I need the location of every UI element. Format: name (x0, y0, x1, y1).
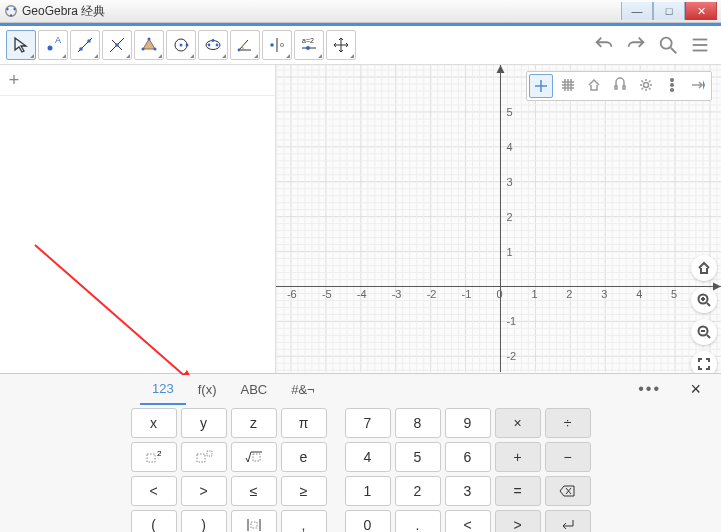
key-×[interactable]: × (495, 408, 541, 438)
key-⌫[interactable] (545, 476, 591, 506)
tool-line[interactable] (70, 30, 100, 60)
key-π[interactable]: π (281, 408, 327, 438)
kb-close-button[interactable]: × (690, 379, 701, 400)
key-<[interactable]: < (445, 510, 491, 532)
key-,[interactable]: , (281, 510, 327, 532)
menu-button[interactable] (685, 30, 715, 60)
key-e[interactable]: e (281, 442, 327, 472)
svg-point-24 (270, 43, 274, 47)
key-1[interactable]: 1 (345, 476, 391, 506)
key-6[interactable]: 6 (445, 442, 491, 472)
tool-slider[interactable]: a=2 (294, 30, 324, 60)
axes-toggle-button[interactable] (529, 74, 553, 98)
key-7[interactable]: 7 (345, 408, 391, 438)
svg-point-8 (87, 39, 91, 43)
kb-tab-symbols[interactable]: #&¬ (279, 374, 327, 404)
algebra-input[interactable] (28, 70, 275, 90)
settings-button[interactable] (635, 74, 657, 96)
svg-point-14 (154, 48, 157, 51)
tool-move-graphics[interactable] (326, 30, 356, 60)
tool-circle[interactable] (166, 30, 196, 60)
key-≥[interactable]: ≥ (281, 476, 327, 506)
svg-text:1: 1 (506, 246, 512, 258)
tool-point[interactable]: A (38, 30, 68, 60)
kb-tab-123[interactable]: 123 (140, 373, 186, 405)
tool-ellipse[interactable] (198, 30, 228, 60)
key-2[interactable]: 2 (395, 476, 441, 506)
minimize-button[interactable]: — (621, 2, 653, 20)
key-4[interactable]: 4 (345, 442, 391, 472)
tool-polygon[interactable] (134, 30, 164, 60)
snap-button[interactable] (609, 74, 631, 96)
key-√▫[interactable] (231, 442, 277, 472)
svg-text:3: 3 (601, 288, 607, 300)
key-≤[interactable]: ≤ (231, 476, 277, 506)
grid-toggle-button[interactable] (557, 74, 579, 96)
key-−[interactable]: − (545, 442, 591, 472)
zoom-out-button[interactable] (691, 319, 717, 345)
tool-reflect[interactable] (262, 30, 292, 60)
home-view-button[interactable] (691, 255, 717, 281)
key-.[interactable]: . (395, 510, 441, 532)
key-0[interactable]: 0 (345, 510, 391, 532)
input-row: + (0, 65, 275, 96)
key-y[interactable]: y (181, 408, 227, 438)
kb-tab-fx[interactable]: f(x) (186, 374, 229, 404)
kb-more-button[interactable]: ••• (638, 380, 661, 398)
main-toolbar: A a=2 (0, 26, 721, 65)
key->[interactable]: > (181, 476, 227, 506)
key-8[interactable]: 8 (395, 408, 441, 438)
key-↵[interactable] (545, 510, 591, 532)
search-button[interactable] (653, 30, 683, 60)
svg-point-17 (186, 44, 189, 47)
undo-button[interactable] (589, 30, 619, 60)
key-|▫|[interactable] (231, 510, 277, 532)
key-)[interactable]: ) (181, 510, 227, 532)
zoom-in-button[interactable] (691, 287, 717, 313)
svg-rect-179 (207, 451, 212, 456)
add-input-button[interactable]: + (0, 70, 28, 91)
key-÷[interactable]: ÷ (545, 408, 591, 438)
graphics-view[interactable]: -6-5-4-3-2-1012345-2-112345 (276, 65, 721, 373)
key-x[interactable]: x (131, 408, 177, 438)
svg-rect-180 (253, 454, 260, 461)
svg-text:5: 5 (671, 288, 677, 300)
close-button[interactable]: ✕ (685, 2, 717, 20)
svg-text:a=2: a=2 (302, 37, 314, 44)
zoom-controls (691, 255, 717, 373)
kb-tab-abc[interactable]: ABC (228, 374, 279, 404)
svg-text:2: 2 (506, 211, 512, 223)
properties-button[interactable] (687, 74, 709, 96)
svg-point-29 (661, 38, 672, 49)
key->[interactable]: > (495, 510, 541, 532)
svg-point-19 (208, 44, 211, 47)
key-▫ᵃ[interactable] (181, 442, 227, 472)
key-z[interactable]: z (231, 408, 277, 438)
svg-point-13 (148, 38, 151, 41)
svg-rect-176 (147, 454, 155, 462)
more-view-button[interactable] (661, 74, 683, 96)
graph-canvas[interactable]: -6-5-4-3-2-1012345-2-112345 (276, 65, 721, 372)
maximize-button[interactable]: □ (653, 2, 685, 20)
tool-perpendicular[interactable] (102, 30, 132, 60)
key-+[interactable]: + (495, 442, 541, 472)
key-<[interactable]: < (131, 476, 177, 506)
svg-point-20 (216, 44, 219, 47)
svg-point-22 (238, 49, 241, 52)
key-▫²[interactable]: 2 (131, 442, 177, 472)
tool-angle[interactable] (230, 30, 260, 60)
redo-button[interactable] (621, 30, 651, 60)
svg-line-173 (707, 335, 710, 338)
key-=[interactable]: = (495, 476, 541, 506)
key-9[interactable]: 9 (445, 408, 491, 438)
svg-text:4: 4 (636, 288, 642, 300)
window-title: GeoGebra 经典 (22, 3, 105, 20)
svg-text:2: 2 (157, 449, 162, 458)
key-([interactable]: ( (131, 510, 177, 532)
tool-move[interactable] (6, 30, 36, 60)
key-5[interactable]: 5 (395, 442, 441, 472)
fullscreen-button[interactable] (691, 351, 717, 373)
standard-view-button[interactable] (583, 74, 605, 96)
window-controls: — □ ✕ (621, 2, 717, 20)
key-3[interactable]: 3 (445, 476, 491, 506)
